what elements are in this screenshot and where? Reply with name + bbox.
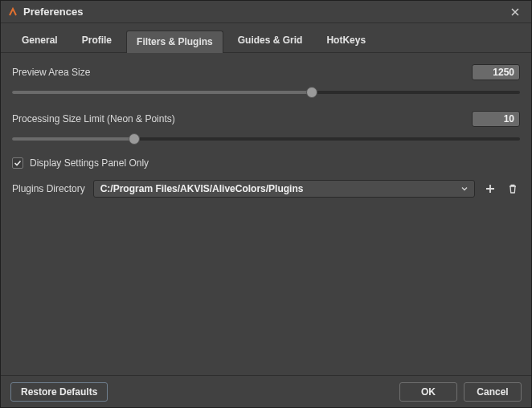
preview-size-row: Preview Area Size 1250 <box>12 64 520 80</box>
processing-limit-label: Processing Size Limit (Neon & Points) <box>12 113 175 124</box>
plugins-directory-row: Plugins Directory C:/Program Files/AKVIS… <box>12 180 520 198</box>
display-panel-only-checkbox[interactable] <box>12 157 23 169</box>
app-icon <box>7 6 18 18</box>
plugins-directory-value: C:/Program Files/AKVIS/AliveColors/Plugi… <box>100 183 458 194</box>
processing-limit-value[interactable]: 10 <box>472 111 520 127</box>
plugins-directory-label: Plugins Directory <box>12 183 85 194</box>
preview-size-slider-fill <box>12 91 312 94</box>
processing-limit-row: Processing Size Limit (Neon & Points) 10 <box>12 111 520 127</box>
tab-general[interactable]: General <box>12 30 68 52</box>
restore-defaults-button[interactable]: Restore Defaults <box>10 382 108 402</box>
preview-size-value[interactable]: 1250 <box>472 64 520 80</box>
tab-guides-grid[interactable]: Guides & Grid <box>228 30 313 52</box>
processing-limit-slider-thumb[interactable] <box>129 133 140 145</box>
tab-hotkeys[interactable]: HotKeys <box>317 30 375 52</box>
close-button[interactable] <box>504 3 526 21</box>
content-area: Preview Area Size 1250 Processing Size L… <box>1 53 531 375</box>
ok-button[interactable]: OK <box>399 382 457 402</box>
preferences-window: Preferences General Profile Filters & Pl… <box>0 0 532 408</box>
preview-size-slider-thumb[interactable] <box>306 87 317 98</box>
display-panel-only-label: Display Settings Panel Only <box>30 157 149 169</box>
tab-profile[interactable]: Profile <box>72 30 121 52</box>
preview-size-label: Preview Area Size <box>12 67 90 78</box>
chevron-down-icon <box>458 182 471 195</box>
processing-limit-slider-fill <box>12 137 134 141</box>
tab-filters-plugins[interactable]: Filters & Plugins <box>126 31 223 53</box>
cancel-button[interactable]: Cancel <box>464 382 522 402</box>
processing-limit-slider[interactable] <box>12 132 520 146</box>
remove-plugin-dir-button[interactable] <box>505 182 520 196</box>
tabs: General Profile Filters & Plugins Guides… <box>1 23 531 53</box>
window-title: Preferences <box>23 6 83 18</box>
add-plugin-dir-button[interactable] <box>483 182 497 196</box>
footer: Restore Defaults OK Cancel <box>1 375 531 407</box>
preview-size-slider[interactable] <box>12 85 520 100</box>
titlebar: Preferences <box>1 1 531 23</box>
display-panel-only-row: Display Settings Panel Only <box>12 157 520 169</box>
plugins-directory-combo[interactable]: C:/Program Files/AKVIS/AliveColors/Plugi… <box>93 180 475 198</box>
